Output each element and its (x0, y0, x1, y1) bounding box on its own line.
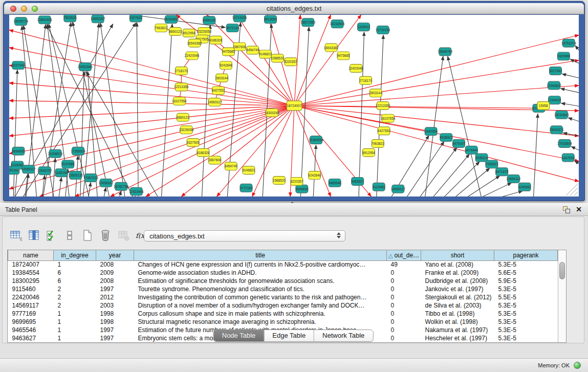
graph-node[interactable]: 8220357 (285, 58, 297, 66)
graph-node[interactable]: 2803144 (369, 89, 382, 97)
graph-node[interactable]: 8860123 (169, 28, 182, 36)
table-cell[interactable]: 5.3E-5 (494, 310, 558, 318)
graph-node[interactable]: 18210643 (554, 111, 569, 119)
graph-node[interactable]: 9242848 (220, 61, 232, 70)
table-cell[interactable]: Wolkin et al. (1998) (421, 318, 494, 326)
graph-node[interactable]: 17359924 (71, 147, 85, 155)
table-cell[interactable]: 1998 (96, 310, 134, 318)
network-view-window[interactable]: citations_edges.txt 24055724208914067553… (3, 1, 585, 201)
graph-node[interactable]: 9146821 (242, 166, 255, 174)
graph-node[interactable]: 9197588 (61, 160, 74, 168)
graph-node[interactable]: 8471676 (495, 168, 508, 176)
graph-node[interactable]: 9777169 (240, 184, 253, 192)
table-cell[interactable]: Dudbridge et al. (2008) (421, 277, 494, 285)
graph-node[interactable]: 1145194 (55, 169, 68, 177)
table-selector-dropdown[interactable]: citations_edges.txt (144, 230, 345, 242)
table-cell[interactable]: 0 (387, 310, 421, 318)
tab-edge-table[interactable]: Edge Table (264, 330, 314, 341)
graph-node[interactable]: 9463627 (351, 178, 364, 186)
graph-node[interactable]: 7932621 (485, 160, 498, 168)
graph-node[interactable]: 16107554 (172, 97, 187, 105)
graph-node[interactable]: 8454749 (225, 162, 237, 170)
graph-node[interactable]: 1244415 (548, 96, 561, 104)
vertical-scrollbar[interactable] (558, 250, 566, 342)
graph-node[interactable]: 20053346 (78, 63, 93, 71)
graph-node[interactable]: 23226058 (197, 28, 212, 36)
table-cell[interactable]: 0 (387, 301, 421, 310)
graph-node[interactable]: 2867608 (233, 42, 246, 51)
graph-node[interactable]: 8220357 (290, 178, 303, 186)
tab-node-table[interactable]: Node Table (214, 330, 264, 341)
table-mode-icon[interactable]: ⚙ (9, 228, 23, 243)
table-cell[interactable]: 2008 (96, 277, 134, 285)
graph-node[interactable]: 8466160 (203, 16, 215, 25)
new-column-icon[interactable] (80, 228, 95, 243)
table-cell[interactable]: Corpus callosum shape and size in male p… (134, 310, 387, 318)
graph-node[interactable]: 18724007 (287, 101, 302, 111)
graph-node[interactable]: 16782759 (114, 182, 128, 190)
graph-node[interactable]: 2718170 (175, 67, 188, 75)
scrollbar-thumb[interactable] (559, 262, 565, 279)
table-cell[interactable]: Changes of HCN gene expression and I(f) … (134, 260, 387, 269)
table-cell[interactable]: 5.3E-5 (494, 285, 558, 293)
graph-node[interactable]: 6479197 (452, 140, 465, 148)
graph-node[interactable]: 9475685 (337, 52, 350, 60)
graph-node[interactable]: 12942757 (37, 167, 52, 175)
table-cell[interactable]: Genome-wide association studies in ADHD. (134, 269, 387, 277)
graph-node[interactable]: 9327505 (187, 139, 200, 147)
graph-node[interactable]: 15958 (537, 102, 550, 110)
tab-network-table[interactable]: Network Table (314, 330, 373, 341)
table-cell[interactable]: 0 (387, 293, 421, 301)
graph-node[interactable]: 9242848 (308, 171, 321, 180)
graph-node[interactable]: 14569117 (21, 165, 36, 173)
graph-node[interactable]: 9465546 (329, 179, 341, 187)
graph-node[interactable]: 1588520 (273, 177, 286, 185)
table-cell[interactable]: 1 (54, 310, 96, 318)
graph-node[interactable]: 2867608 (208, 156, 221, 164)
table-cell[interactable]: Estimation of significance thresholds fo… (134, 277, 387, 285)
table-cell[interactable]: 9115460 (8, 285, 54, 293)
table-cell[interactable]: Yano et al. (2008) (421, 260, 494, 269)
graph-node[interactable]: 7963822 (155, 24, 167, 32)
graph-node[interactable]: 9699695 (12, 147, 25, 155)
table-row[interactable]: 977716911998Corpus callosum shape and si… (8, 310, 558, 318)
graph-node[interactable]: 24055724 (13, 17, 28, 26)
select-all-icon[interactable] (45, 228, 59, 243)
table-cell[interactable]: 1997 (96, 334, 134, 342)
table-cell[interactable]: 49 (387, 260, 421, 269)
table-cell[interactable]: Franke et al. (2009) (421, 269, 494, 277)
show-columns-icon[interactable] (27, 228, 41, 243)
column-header-out_de[interactable]: △out_de… (387, 250, 421, 260)
column-header-in_degree[interactable]: in_degree (54, 250, 96, 260)
table-cell[interactable]: 9463627 (8, 334, 54, 342)
zoom-button[interactable] (32, 6, 38, 12)
close-panel-icon[interactable]: ✕ (576, 205, 582, 213)
table-cell[interactable]: 1 (54, 326, 96, 334)
graph-node[interactable]: 19218506 (330, 20, 345, 28)
table-cell[interactable]: Stergiakouli et al. (2012) (421, 293, 494, 301)
table-cell[interactable]: 2 (54, 301, 96, 310)
graph-node[interactable]: 12213355 (376, 102, 390, 110)
graph-node[interactable]: 17016504 (557, 140, 572, 148)
graph-node[interactable]: 2803144 (215, 74, 228, 82)
graph-node[interactable]: 9146821 (259, 50, 272, 58)
graph-node[interactable]: 9699695 (295, 185, 308, 193)
graph-node[interactable]: 23226058 (179, 126, 194, 134)
graph-node[interactable]: 10719155 (232, 15, 247, 22)
graph-node[interactable]: 16543382 (187, 39, 202, 47)
table-cell[interactable]: 5.5E-5 (494, 293, 558, 301)
table-cell[interactable]: 0 (387, 269, 421, 277)
table-cell[interactable]: 2 (54, 285, 96, 293)
float-window-icon[interactable] (562, 206, 571, 214)
table-row[interactable]: 911546021997Tourette syndrome. Phenomeno… (8, 285, 558, 293)
graph-node[interactable]: 16033809 (164, 15, 179, 24)
window-titlebar[interactable]: citations_edges.txt (4, 3, 584, 14)
graph-node[interactable]: 17957223 (83, 174, 98, 182)
table-cell[interactable]: 5.3E-5 (494, 318, 558, 326)
graph-node[interactable]: 9245652 (518, 183, 531, 191)
table-cell[interactable]: 1 (54, 318, 96, 326)
table-cell[interactable]: de Silva et al. (2003) (421, 301, 494, 310)
graph-node[interactable]: 7553526 (63, 15, 76, 22)
graph-node[interactable]: 8454749 (246, 46, 259, 54)
table-cell[interactable]: 5.3E-5 (494, 301, 558, 310)
